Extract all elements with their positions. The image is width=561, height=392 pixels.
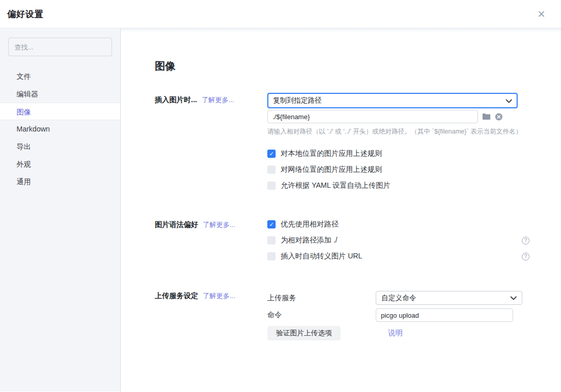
checkbox-row-relative-path: ✓ 优先使用相对路径 — [267, 220, 530, 229]
image-syntax-label: 图片语法偏好 — [155, 220, 198, 230]
settings-panel: 图像 插入图片时... 了解更多... 复制到指定路径 — [121, 28, 561, 391]
page-title: 图像 — [155, 28, 561, 73]
insert-learn-more-link[interactable]: 了解更多... — [202, 95, 234, 105]
upload-service-field-label: 上传服务 — [267, 293, 376, 303]
command-row: 命令 — [267, 308, 561, 322]
checkbox-network-rule[interactable] — [267, 166, 276, 174]
sidebar-item-markdown[interactable]: Markdown — [0, 120, 120, 138]
upload-service-select[interactable]: 自定义命令 — [376, 291, 522, 305]
checkbox-label: 允许根据 YAML 设置自动上传图片 — [281, 181, 390, 190]
dialog-header: 偏好设置 ✕ — [0, 0, 561, 28]
upload-learn-more-link[interactable]: 了解更多... — [203, 291, 235, 301]
insert-action-select[interactable]: 复制到指定路径 — [267, 93, 518, 108]
section-insert-image: 插入图片时... 了解更多... 复制到指定路径 — [155, 93, 561, 197]
sidebar-item-general[interactable]: 通用 — [0, 173, 120, 190]
checkbox-local-rule[interactable]: ✓ — [267, 150, 276, 158]
sidebar-item-image[interactable]: 图像 — [0, 103, 120, 120]
sidebar-item-export[interactable]: 导出 — [0, 138, 120, 155]
sidebar-item-appearance[interactable]: 外观 — [0, 155, 120, 173]
search-input[interactable] — [8, 38, 112, 56]
checkbox-row-yaml-upload: 允许根据 YAML 设置自动上传图片 — [267, 181, 530, 190]
sidebar-item-files[interactable]: 文件 — [0, 68, 120, 85]
sidebar-item-editor[interactable]: 编辑器 — [0, 85, 120, 103]
checkbox-label: 对本地位置的图片应用上述规则 — [281, 149, 382, 158]
insert-image-label: 插入图片时... — [155, 95, 197, 105]
command-field-label: 命令 — [267, 311, 376, 320]
insert-action-value: 复制到指定路径 — [273, 96, 322, 105]
upload-service-row: 上传服务 自定义命令 — [267, 291, 561, 305]
checkbox-row-network-rule: 对网络位置的图片应用上述规则 — [267, 165, 530, 174]
sidebar: 文件 编辑器 图像 Markdown 导出 外观 通用 — [0, 28, 121, 391]
command-input[interactable] — [376, 308, 513, 322]
section-image-syntax: 图片语法偏好 了解更多... ✓ 优先使用相对路径 为相对路径添加 ./ ? 插… — [155, 220, 561, 268]
checkbox-label: 对网络位置的图片应用上述规则 — [281, 165, 382, 174]
checkbox-yaml-upload[interactable] — [267, 182, 276, 190]
checkbox-row-add-dot-slash: 为相对路径添加 ./ ? — [267, 236, 530, 245]
dialog-title: 偏好设置 — [7, 8, 43, 20]
checkbox-add-dot-slash[interactable] — [267, 236, 276, 244]
checkbox-label: 为相对路径添加 ./ — [281, 236, 338, 245]
upload-service-value: 自定义命令 — [381, 293, 416, 303]
image-path-input[interactable] — [267, 110, 478, 123]
chevron-down-icon — [506, 97, 512, 105]
checkbox-label: 优先使用相对路径 — [281, 220, 339, 229]
clear-path-icon[interactable] — [495, 113, 503, 121]
close-icon[interactable]: ✕ — [535, 7, 548, 21]
path-help-text: 请输入相对路径（以 './' 或 '../' 开头）或绝对路径。（其中 `${f… — [267, 127, 561, 136]
folder-browse-icon[interactable] — [482, 113, 491, 120]
checkbox-relative-path[interactable]: ✓ — [267, 220, 276, 228]
checkbox-escape-url[interactable] — [267, 252, 276, 260]
section-upload-service: 上传服务设定 了解更多... 上传服务 自定义命令 命令 — [155, 291, 561, 340]
syntax-learn-more-link[interactable]: 了解更多... — [203, 220, 235, 230]
upload-service-label: 上传服务设定 — [155, 291, 198, 301]
sidebar-nav: 文件 编辑器 图像 Markdown 导出 外观 通用 — [0, 68, 120, 190]
checkbox-row-escape-url: 插入时自动转义图片 URL ? — [267, 252, 530, 261]
chevron-down-icon — [510, 294, 517, 302]
checkbox-row-local-rule: ✓ 对本地位置的图片应用上述规则 — [267, 149, 530, 158]
verify-upload-button[interactable]: 验证图片上传选项 — [267, 326, 341, 340]
checkbox-label: 插入时自动转义图片 URL — [281, 252, 362, 261]
question-icon[interactable]: ? — [522, 253, 530, 260]
question-icon[interactable]: ? — [522, 237, 530, 244]
instructions-link[interactable]: 说明 — [388, 329, 403, 338]
